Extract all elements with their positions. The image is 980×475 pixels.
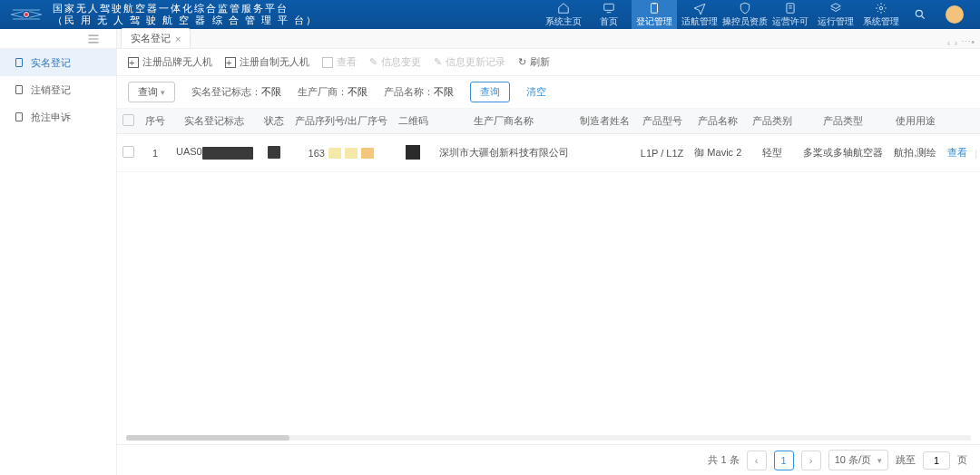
col-header-6: 生产厂商名称 [434, 109, 574, 134]
tab-label: 实名登记 [131, 32, 171, 45]
nav-item-1[interactable]: 首页 [586, 0, 632, 29]
nav-item-0[interactable]: 系统主页 [541, 0, 586, 29]
svg-rect-6 [16, 59, 23, 67]
nav-item-3[interactable]: 适航管理 [677, 0, 722, 29]
top-nav: 系统主页首页登记管理适航管理操控员资质运营许可运行管理系统管理 [541, 0, 904, 29]
sidebar-item-1[interactable]: 注销登记 [0, 76, 116, 103]
col-header-5: 二维码 [393, 109, 434, 134]
redacted-block [202, 147, 253, 160]
filter-name: 产品名称：不限 [384, 85, 454, 99]
tabstrip-scroll: ‹ › ⋯• [947, 36, 980, 48]
register-brand-uav-button[interactable]: 注册品牌无人机 [128, 55, 212, 69]
jump-page-input[interactable] [923, 451, 950, 470]
search-button[interactable]: 查询 [470, 82, 510, 102]
page-size-select[interactable]: 10 条/页▾ [828, 450, 888, 470]
shield-icon [739, 2, 751, 15]
page-number-button[interactable]: 1 [774, 451, 794, 470]
col-header-3: 状态 [259, 109, 289, 134]
cell-category: 轻型 [747, 134, 798, 172]
sidebar-item-0[interactable]: 实名登记 [0, 49, 116, 76]
cell-reg-flag: UAS0 [171, 134, 259, 172]
pagination: 共 1 条 ‹ 1 › 10 条/页▾ 跳至 页 [117, 444, 980, 475]
title-line2: （民 用 无 人 驾 驶 航 空 器 综 合 管 理 平 台） [53, 15, 318, 26]
register-diy-uav-button[interactable]: 注册自制无人机 [225, 55, 309, 69]
cell-ops: 查看 | 发送二维码 [942, 134, 980, 172]
logo-icon [7, 5, 45, 24]
nav-item-6[interactable]: 运行管理 [813, 0, 858, 29]
header-checkbox[interactable] [122, 114, 134, 126]
svg-rect-1 [604, 4, 614, 10]
nav-item-2[interactable]: 登记管理 [632, 0, 677, 29]
doc-icon [13, 56, 25, 69]
tab-more-icon[interactable]: ⋯• [961, 36, 975, 48]
col-header-10: 产品类别 [747, 109, 798, 134]
row-checkbox[interactable] [122, 146, 134, 158]
svg-point-4 [879, 6, 883, 10]
cell-index: 1 [140, 134, 171, 172]
doc-icon [13, 111, 25, 123]
col-header-2: 实名登记标志 [171, 109, 259, 134]
svg-rect-2 [652, 3, 658, 13]
col-header-12: 使用用途 [888, 109, 942, 134]
jump-suffix: 页 [957, 453, 967, 467]
info-change-button[interactable]: ✎信息变更 [369, 55, 421, 69]
clear-filters-link[interactable]: 清空 [526, 85, 546, 99]
col-header-1: 序号 [140, 109, 171, 134]
user-avatar[interactable] [946, 5, 964, 24]
doc-icon [13, 83, 25, 96]
view-button[interactable]: 查看 [322, 55, 357, 69]
sidebar-item-2[interactable]: 抢注申诉 [0, 103, 116, 131]
col-header-9: 产品名称 [689, 109, 747, 134]
filter-flag: 实名登记标志：不限 [191, 85, 281, 99]
col-header-7: 制造者姓名 [574, 109, 635, 134]
app-title: 国家无人驾驶航空器一体化综合监管服务平台 （民 用 无 人 驾 驶 航 空 器 … [53, 3, 318, 26]
horizontal-scrollbar [117, 433, 980, 444]
clipboard-icon [648, 2, 661, 15]
scrollbar-thumb[interactable] [126, 435, 289, 441]
tab-close-icon[interactable]: × [175, 34, 181, 44]
col-header-4: 产品序列号/出厂序号 [289, 109, 393, 134]
nav-item-4[interactable]: 操控员资质 [722, 0, 768, 29]
page-next-button[interactable]: › [801, 451, 821, 470]
tab-scroll-left-icon[interactable]: ‹ [947, 37, 951, 48]
cell-status [259, 134, 289, 172]
info-record-button[interactable]: ✎信息更新记录 [434, 55, 505, 69]
monitor-icon [603, 2, 615, 15]
doc-icon [784, 2, 797, 15]
svg-rect-8 [16, 113, 23, 121]
total-label: 共 1 条 [708, 453, 739, 467]
layers-icon [829, 2, 842, 15]
data-table: 序号实名登记标志状态产品序列号/出厂序号二维码生产厂商名称制造者姓名产品型号产品… [117, 109, 980, 172]
sidebar-collapse-toggle[interactable] [0, 29, 116, 49]
filter-bar: 查询▾ 实名登记标志：不限 生产厂商：不限 产品名称：不限 查询 清空 [117, 76, 980, 109]
cell-type: 多桨或多轴航空器 [798, 134, 888, 172]
tab-scroll-right-icon[interactable]: › [954, 37, 957, 48]
tab-realname-registration[interactable]: 实名登记 × [121, 28, 191, 48]
col-header-11: 产品类型 [798, 109, 888, 134]
brand: 国家无人驾驶航空器一体化综合监管服务平台 （民 用 无 人 驾 驶 航 空 器 … [7, 3, 318, 26]
global-search-button[interactable] [904, 8, 936, 21]
row-view-link[interactable]: 查看 [947, 146, 967, 160]
table-header-row: 序号实名登记标志状态产品序列号/出厂序号二维码生产厂商名称制造者姓名产品型号产品… [117, 109, 980, 134]
table-row: 1 UAS0 163 深圳市大疆创新科技有限公司 L1P / L1Z 御 Mav… [117, 134, 980, 172]
sidebar: 实名登记注销登记抢注申诉 [0, 29, 117, 475]
redacted-block [328, 148, 341, 159]
col-header-13: 操作 [942, 109, 980, 134]
cell-maker [574, 134, 635, 172]
page-prev-button[interactable]: ‹ [747, 451, 767, 470]
data-table-wrap: 序号实名登记标志状态产品序列号/出厂序号二维码生产厂商名称制造者姓名产品型号产品… [117, 109, 980, 433]
filter-vendor: 生产厂商：不限 [298, 85, 368, 99]
col-header-0 [117, 109, 140, 134]
query-dropdown-button[interactable]: 查询▾ [128, 82, 175, 102]
gear-icon [875, 2, 887, 15]
jump-label: 跳至 [896, 453, 916, 467]
home-icon [557, 2, 570, 15]
nav-item-5[interactable]: 运营许可 [768, 0, 813, 29]
toolbar: 注册品牌无人机 注册自制无人机 查看 ✎信息变更 ✎信息更新记录 ↻刷新 [117, 49, 980, 76]
refresh-button[interactable]: ↻刷新 [518, 55, 550, 69]
nav-item-7[interactable]: 系统管理 [858, 0, 904, 29]
cell-model: L1P / L1Z [635, 134, 690, 172]
svg-point-5 [916, 10, 922, 16]
tabstrip: 实名登记 × ‹ › ⋯• [117, 29, 980, 49]
cell-vendor: 深圳市大疆创新科技有限公司 [434, 134, 574, 172]
